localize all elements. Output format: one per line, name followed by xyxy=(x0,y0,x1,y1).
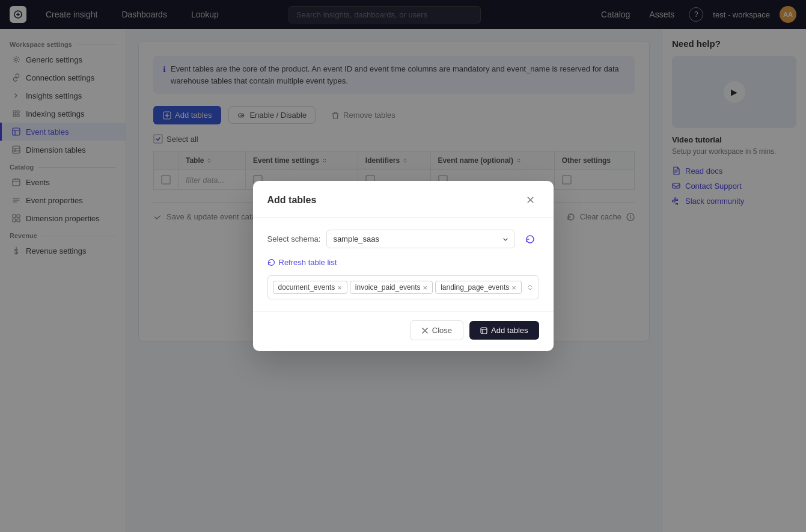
modal-add-tables-button[interactable]: Add tables xyxy=(469,321,539,340)
tag-invoice-paid-events: invoice_paid_events × xyxy=(350,281,433,294)
schema-label: Select schema: xyxy=(267,234,321,243)
tag-landing-page-events: landing_page_events × xyxy=(435,281,522,294)
modal-close-btn[interactable]: Close xyxy=(410,320,463,340)
tags-expand-icon xyxy=(527,284,534,291)
schema-row: Select schema: sample_saas xyxy=(267,230,539,248)
schema-value: sample_saas xyxy=(333,234,379,243)
schema-refresh-button[interactable] xyxy=(521,230,539,248)
refresh-table-list-link[interactable]: Refresh table list xyxy=(267,258,539,267)
tag-label: document_events xyxy=(278,283,335,292)
refresh-icon xyxy=(525,234,535,244)
tables-tags-input[interactable]: document_events × invoice_paid_events × … xyxy=(267,275,539,299)
tag-remove-landing-page-events[interactable]: × xyxy=(511,284,516,292)
modal-close-button[interactable]: ✕ xyxy=(522,192,539,209)
modal-overlay[interactable]: Add tables ✕ Select schema: sample_saas … xyxy=(0,0,806,532)
schema-select[interactable]: sample_saas xyxy=(326,230,514,248)
modal-header: Add tables ✕ xyxy=(253,181,554,218)
modal-title: Add tables xyxy=(267,195,317,206)
modal-body: Select schema: sample_saas Refresh table… xyxy=(253,218,554,311)
table-icon xyxy=(480,327,487,334)
add-tables-modal: Add tables ✕ Select schema: sample_saas … xyxy=(253,181,554,351)
tag-document-events: document_events × xyxy=(273,281,347,294)
refresh-small-icon xyxy=(267,258,275,266)
modal-footer: Close Add tables xyxy=(253,311,554,351)
chevron-down-icon xyxy=(502,236,508,242)
close-icon xyxy=(421,327,429,334)
refresh-table-list-label: Refresh table list xyxy=(279,258,337,267)
tag-label: landing_page_events xyxy=(441,283,509,292)
svg-rect-18 xyxy=(481,328,487,334)
tag-label: invoice_paid_events xyxy=(355,283,421,292)
tag-remove-document-events[interactable]: × xyxy=(337,284,342,292)
tag-remove-invoice-paid-events[interactable]: × xyxy=(423,284,428,292)
